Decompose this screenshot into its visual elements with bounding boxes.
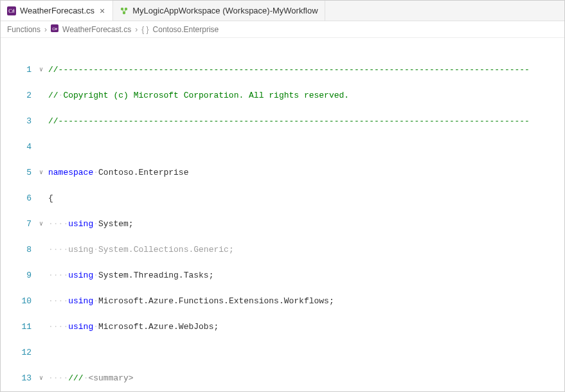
breadcrumb-file[interactable]: WeatherForecast.cs: [62, 25, 131, 34]
workflow-icon: [120, 6, 129, 15]
fold-icon[interactable]: ∨: [37, 372, 46, 385]
chevron-right-icon: ›: [135, 25, 138, 34]
breadcrumb[interactable]: Functions › C# WeatherForecast.cs › { } …: [1, 21, 564, 38]
tab-label: WeatherForecast.cs: [20, 6, 94, 15]
fold-icon[interactable]: ∨: [37, 64, 46, 76]
csharp-icon: C#: [7, 6, 16, 15]
svg-text:C#: C#: [52, 27, 57, 31]
csharp-icon: C#: [51, 24, 58, 34]
tab-workflow[interactable]: MyLogicAppWorkspace (Workspace)-MyWorkfl…: [113, 1, 325, 21]
namespace-icon: { }: [141, 25, 148, 34]
tab-weatherforecast[interactable]: C# WeatherForecast.cs ×: [1, 1, 113, 21]
tab-label: MyLogicAppWorkspace (Workspace)-MyWorkfl…: [132, 6, 318, 15]
fold-icon[interactable]: ∨: [37, 218, 46, 231]
code-editor[interactable]: 1∨//------------------------------------…: [1, 38, 564, 391]
breadcrumb-root[interactable]: Functions: [7, 25, 40, 34]
chevron-right-icon: ›: [44, 25, 47, 34]
breadcrumb-namespace[interactable]: Contoso.Enterprise: [153, 25, 219, 34]
svg-text:C#: C#: [8, 8, 14, 14]
fold-icon[interactable]: ∨: [37, 166, 46, 179]
close-icon[interactable]: ×: [98, 6, 106, 16]
tab-bar: C# WeatherForecast.cs × MyLogicAppWorksp…: [1, 1, 564, 21]
